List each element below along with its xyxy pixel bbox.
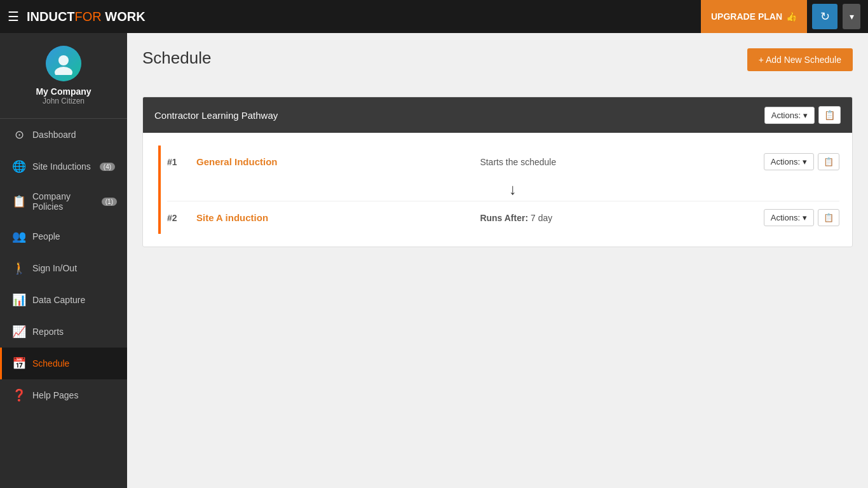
logo-for: FOR (75, 10, 102, 24)
sidebar-item-site-inductions[interactable]: 🌐Site Inductions(4) (0, 151, 127, 182)
item-2-name[interactable]: Site A induction (196, 212, 470, 223)
refresh-icon-button[interactable]: ↻ (812, 4, 837, 29)
app-logo: INDUCTFOR WORK (27, 10, 146, 24)
add-new-label: + Add New Schedule (759, 55, 841, 65)
people-icon: 👥 (12, 229, 26, 243)
upgrade-plan-button[interactable]: UPGRADE PLAN 👍 (701, 0, 807, 33)
nav-container: ⊙Dashboard🌐Site Inductions(4)📋Company Po… (0, 119, 127, 411)
sidebar-item-schedule[interactable]: 📅Schedule (0, 348, 127, 379)
logo-induct: INDUCT (27, 10, 75, 24)
data-capture-icon: 📊 (12, 293, 26, 307)
main-content: Schedule + Add New Schedule Contractor L… (127, 33, 868, 488)
topbar-dropdown-button[interactable]: ▾ (843, 4, 860, 29)
item-1-actions-button[interactable]: Actions: ▾ (764, 153, 814, 170)
sidebar-item-dashboard[interactable]: ⊙Dashboard (0, 119, 127, 151)
sidebar-item-label-reports: Reports (32, 327, 64, 337)
card-actions-button[interactable]: Actions: ▾ (764, 107, 815, 124)
upgrade-thumb-icon: 👍 (786, 11, 797, 22)
topbar: ☰ INDUCTFOR WORK UPGRADE PLAN 👍 ↻ ▾ (0, 0, 868, 33)
pathway-item-1: #1 General Induction Starts the schedule… (167, 146, 839, 178)
sidebar: My Company John Citizen ⊙Dashboard🌐Site … (0, 33, 127, 488)
item-2-copy-icon: 📋 (824, 213, 834, 222)
schedule-card: Contractor Learning Pathway Actions: ▾ 📋… (142, 97, 853, 247)
site-inductions-icon: 🌐 (12, 159, 26, 173)
sidebar-item-label-schedule: Schedule (32, 358, 69, 369)
page-title: Schedule (142, 48, 211, 68)
card-copy-button[interactable]: 📋 (818, 106, 841, 124)
item-2-status: Runs After: 7 day (480, 213, 753, 223)
avatar-icon (52, 52, 75, 75)
sidebar-item-label-data-capture: Data Capture (32, 295, 85, 305)
sidebar-item-label-site-inductions: Site Inductions (32, 161, 91, 172)
item-1-actions-label: Actions: (771, 157, 800, 166)
schedule-icon: 📅 (12, 356, 26, 370)
logo-work: WORK (105, 10, 145, 24)
item-1-num: #1 (167, 157, 186, 167)
sidebar-profile: My Company John Citizen (0, 33, 127, 119)
pathway-item-2: #2 Site A induction Runs After: 7 day Ac… (167, 201, 839, 234)
item-2-num: #2 (167, 213, 186, 223)
upgrade-label: UPGRADE PLAN (711, 11, 782, 22)
item-1-actions: Actions: ▾ 📋 (764, 153, 839, 170)
schedule-card-title: Contractor Learning Pathway (154, 110, 278, 121)
sidebar-item-reports[interactable]: 📈Reports (0, 316, 127, 348)
company-policies-icon: 📋 (12, 194, 26, 208)
schedule-card-body: #1 General Induction Starts the schedule… (143, 133, 852, 247)
topbar-right: UPGRADE PLAN 👍 ↻ ▾ (701, 0, 860, 33)
sidebar-item-label-sign-in-out: Sign In/Out (32, 263, 77, 273)
nav-badge-company-policies: (1) (102, 198, 117, 206)
sidebar-item-label-help-pages: Help Pages (32, 390, 78, 400)
svg-point-1 (55, 67, 72, 75)
item-1-actions-chevron: ▾ (803, 157, 807, 166)
company-name: My Company (36, 86, 91, 97)
item-2-actions-label: Actions: (771, 213, 800, 222)
item-1-status: Starts the schedule (480, 157, 753, 167)
schedule-card-header: Contractor Learning Pathway Actions: ▾ 📋 (143, 97, 852, 133)
avatar-inner (46, 46, 81, 81)
content-header-row: Schedule + Add New Schedule (142, 48, 853, 84)
pathway-arrow: ↓ (186, 178, 839, 201)
nav-badge-site-inductions: (4) (100, 163, 115, 171)
svg-point-0 (58, 55, 69, 65)
pathway-container: #1 General Induction Starts the schedule… (158, 146, 839, 234)
reports-icon: 📈 (12, 325, 26, 339)
sidebar-item-label-people: People (32, 231, 60, 241)
item-2-actions: Actions: ▾ 📋 (764, 209, 839, 226)
sidebar-item-help-pages[interactable]: ❓Help Pages (0, 379, 127, 411)
add-new-schedule-button[interactable]: + Add New Schedule (747, 48, 853, 71)
sidebar-item-label-company-policies: Company Policies (32, 191, 93, 212)
help-pages-icon: ❓ (12, 388, 26, 402)
topbar-left: ☰ INDUCTFOR WORK (8, 9, 146, 24)
card-actions-chevron: ▾ (803, 111, 808, 120)
item-2-actions-button[interactable]: Actions: ▾ (764, 209, 814, 226)
sidebar-item-people[interactable]: 👥People (0, 220, 127, 252)
item-2-actions-chevron: ▾ (803, 213, 807, 222)
sidebar-item-company-policies[interactable]: 📋Company Policies(1) (0, 182, 127, 220)
hamburger-icon[interactable]: ☰ (8, 9, 19, 24)
item-1-copy-icon: 📋 (824, 157, 834, 166)
item-1-name[interactable]: General Induction (196, 156, 470, 167)
item-1-copy-button[interactable]: 📋 (818, 153, 839, 170)
user-name: John Citizen (43, 97, 85, 105)
sign-in-out-icon: 🚶 (12, 261, 26, 275)
dashboard-icon: ⊙ (12, 128, 26, 142)
card-actions-label: Actions: (771, 111, 801, 120)
avatar (46, 46, 81, 81)
copy-icon: 📋 (824, 110, 835, 120)
layout: My Company John Citizen ⊙Dashboard🌐Site … (0, 33, 868, 488)
card-header-actions: Actions: ▾ 📋 (764, 106, 841, 124)
sidebar-item-data-capture[interactable]: 📊Data Capture (0, 284, 127, 316)
sidebar-item-sign-in-out[interactable]: 🚶Sign In/Out (0, 252, 127, 284)
item-2-copy-button[interactable]: 📋 (818, 209, 839, 226)
sidebar-item-label-dashboard: Dashboard (32, 130, 76, 140)
